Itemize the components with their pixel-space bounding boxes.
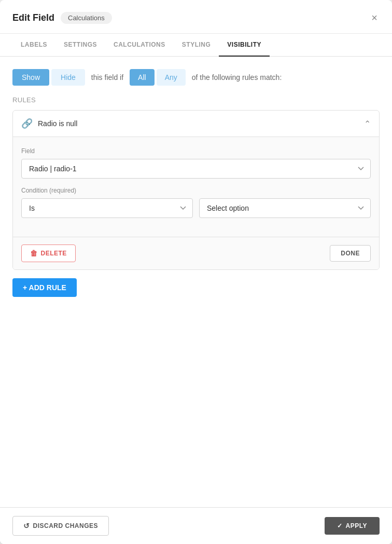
close-button[interactable]: × xyxy=(369,10,380,25)
hide-button[interactable]: Hide xyxy=(51,69,85,86)
rule-footer: 🗑 DELETE DONE xyxy=(13,237,379,269)
done-button[interactable]: DONE xyxy=(330,245,371,262)
tab-settings[interactable]: SETTINGS xyxy=(55,34,105,57)
rules-heading: Rules xyxy=(12,96,380,104)
rule-body: Field Radio | radio-1 Condition (require… xyxy=(13,137,379,237)
condition-row: Is Is not Is empty Is not empty Select o… xyxy=(21,198,371,218)
field-dropdown[interactable]: Radio | radio-1 xyxy=(21,159,371,179)
delete-label: DELETE xyxy=(41,250,67,257)
chevron-up-icon: ⌃ xyxy=(364,119,371,129)
rule-card: 🔗 Radio is null ⌃ Field Radio | radio-1 … xyxy=(12,110,380,270)
tab-visibility[interactable]: VISIBILITY xyxy=(219,34,270,57)
any-button[interactable]: Any xyxy=(157,69,186,86)
modal-title: Edit Field xyxy=(12,12,54,23)
condition-section: Condition (required) Is Is not Is empty … xyxy=(21,187,371,218)
apply-button[interactable]: ✓ APPLY xyxy=(325,517,380,535)
suffix-text: of the following rules match: xyxy=(192,73,282,81)
field-label: Field xyxy=(21,147,371,155)
discard-icon: ↺ xyxy=(23,522,30,530)
tab-styling[interactable]: STYLING xyxy=(174,34,219,57)
add-rule-label: + ADD RULE xyxy=(23,283,66,292)
modal-footer: ↺ DISCARD CHANGES ✓ APPLY xyxy=(0,507,392,544)
delete-button[interactable]: 🗑 DELETE xyxy=(21,244,76,262)
tab-calculations[interactable]: CALCULATIONS xyxy=(105,34,174,57)
visibility-row: Show Hide this field if All Any of the f… xyxy=(12,69,380,86)
apply-label: APPLY xyxy=(346,522,367,529)
all-any-group: All Any xyxy=(130,69,186,86)
tab-labels[interactable]: LABELS xyxy=(12,34,55,57)
modal-body: Show Hide this field if All Any of the f… xyxy=(0,57,392,507)
check-icon: ✓ xyxy=(337,522,343,529)
show-button[interactable]: Show xyxy=(12,69,49,86)
all-button[interactable]: All xyxy=(130,69,155,86)
show-hide-group: Show Hide xyxy=(12,69,85,86)
modal-header: Edit Field Calculations × xyxy=(0,0,392,34)
edit-field-modal: Edit Field Calculations × LABELS SETTING… xyxy=(0,0,392,544)
trash-icon: 🗑 xyxy=(30,249,38,257)
option-dropdown[interactable]: Select option xyxy=(199,198,371,218)
discard-label: DISCARD CHANGES xyxy=(33,522,99,529)
connector-text: this field if xyxy=(91,73,123,81)
add-rule-button[interactable]: + ADD RULE xyxy=(12,278,77,297)
tab-bar: LABELS SETTINGS CALCULATIONS STYLING VIS… xyxy=(0,34,392,57)
header-badge: Calculations xyxy=(61,12,112,24)
condition-label: Condition (required) xyxy=(21,187,371,194)
rule-header[interactable]: 🔗 Radio is null ⌃ xyxy=(13,111,379,137)
condition-dropdown[interactable]: Is Is not Is empty Is not empty xyxy=(21,198,193,218)
discard-changes-button[interactable]: ↺ DISCARD CHANGES xyxy=(12,516,109,536)
rule-title: Radio is null xyxy=(38,119,364,128)
field-section: Field Radio | radio-1 xyxy=(21,147,371,187)
rule-link-icon: 🔗 xyxy=(21,118,33,129)
